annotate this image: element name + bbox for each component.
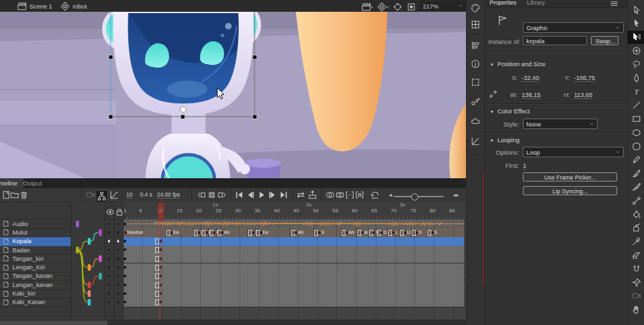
layer-frames-lengan_kiri[interactable] <box>123 263 466 273</box>
layer-row-lengan_kiri[interactable]: Lengan_Kiri <box>0 263 71 273</box>
center-stage-icon[interactable] <box>393 2 402 12</box>
swatches-icon[interactable] <box>471 20 480 29</box>
layer-lock-toggle[interactable] <box>117 284 120 286</box>
label-keyframe-dot[interactable] <box>416 231 418 234</box>
frame-span[interactable] <box>123 237 158 246</box>
export-icon[interactable] <box>308 190 317 200</box>
creative-cloud-icon[interactable] <box>471 117 480 126</box>
frames-area[interactable]: 15101520253035404550556065707580851s2s3s… <box>123 202 466 320</box>
color-effect-section-header[interactable]: ▼Color Effect <box>490 107 529 115</box>
prev-frame-icon[interactable] <box>245 190 255 200</box>
layer-lock-toggle[interactable] <box>117 240 120 242</box>
onion-current-icon[interactable] <box>207 190 217 200</box>
frame-span[interactable] <box>123 254 158 263</box>
classic-brush-tool[interactable] <box>628 167 644 180</box>
layer-row-kepala[interactable]: Kepala <box>0 237 71 246</box>
brush-library-icon[interactable] <box>471 97 480 107</box>
delete-icon[interactable] <box>19 190 29 200</box>
current-frame-value[interactable]: 10 <box>126 191 132 199</box>
label-keyframe-dot[interactable] <box>206 231 208 234</box>
onion-skin-icon[interactable] <box>325 190 335 200</box>
y-value[interactable]: -106,75 <box>574 74 595 82</box>
color-style-select[interactable]: None <box>523 119 598 129</box>
layer-visibility-toggle[interactable] <box>108 223 111 225</box>
selection-tool[interactable] <box>628 3 644 16</box>
puppet-pin-tool[interactable] <box>628 276 644 289</box>
keyframe-dot[interactable] <box>124 258 126 260</box>
edit-scene-icon[interactable] <box>361 2 371 12</box>
layer-visibility-toggle[interactable] <box>108 292 111 295</box>
layer-frames-audio[interactable] <box>123 220 466 229</box>
layer-lock-toggle[interactable] <box>117 249 120 252</box>
layer-row-kaki_kiri[interactable]: Kaki_kiri <box>0 289 71 298</box>
symbol-behavior-select[interactable]: Graphic <box>523 22 624 33</box>
label-keyframe-dot[interactable] <box>431 231 434 234</box>
layer-lock-toggle[interactable] <box>117 292 120 295</box>
layer-row-audio[interactable]: Audio <box>0 220 71 229</box>
layer-row-badan[interactable]: Badan <box>0 246 71 255</box>
layer-lock-toggle[interactable] <box>117 266 120 269</box>
new-folder-icon[interactable] <box>10 190 20 200</box>
layer-lock-toggle[interactable] <box>117 258 120 260</box>
label-keyframe-dot[interactable] <box>260 231 262 234</box>
looping-section-header[interactable]: ▼Looping <box>490 136 520 143</box>
layer-lock-toggle[interactable] <box>117 223 120 225</box>
layer-lock-toggle[interactable] <box>117 231 120 234</box>
link-width-height-icon[interactable] <box>488 89 498 99</box>
frame-span[interactable] <box>158 272 465 280</box>
layer-row-tangan_kiri[interactable]: Tangan_kiri <box>0 254 71 263</box>
keyframe-dot[interactable] <box>124 284 126 286</box>
clip-content-icon[interactable] <box>406 2 416 12</box>
panel-menu-icon[interactable] <box>609 0 619 9</box>
layer-visibility-toggle[interactable] <box>108 240 111 242</box>
asset-warp-tool[interactable] <box>628 262 644 275</box>
layer-visibility-toggle[interactable] <box>108 284 111 286</box>
transform-panel-icon[interactable] <box>471 77 480 87</box>
graph-view-icon[interactable] <box>109 190 119 200</box>
frame-span[interactable] <box>158 237 465 246</box>
instance-name-field[interactable] <box>523 36 587 45</box>
hand-tool[interactable] <box>628 303 644 316</box>
tab-output[interactable]: Output <box>17 178 48 188</box>
label-keyframe-dot[interactable] <box>404 231 406 234</box>
layer-visibility-toggle[interactable] <box>108 301 111 304</box>
lasso-tool[interactable] <box>628 58 644 71</box>
motion-editor-icon[interactable] <box>471 136 480 146</box>
timeline-hscrollbar-thumb[interactable] <box>0 320 107 325</box>
color-palette-icon[interactable] <box>471 3 480 13</box>
label-keyframe-dot[interactable] <box>392 231 395 234</box>
playhead-line[interactable] <box>160 220 161 320</box>
label-keyframe-dot[interactable] <box>124 231 127 234</box>
frame-span[interactable] <box>158 289 465 297</box>
h-value[interactable]: 113,65 <box>574 91 592 99</box>
paint-brush-tool[interactable] <box>628 180 644 193</box>
pencil-tool[interactable] <box>628 153 644 166</box>
layer-frames-tangan_kanan[interactable] <box>123 272 466 281</box>
modify-markers-icon[interactable] <box>355 190 365 200</box>
layer-row-kaki_kanan[interactable]: Kaki_Kanan <box>0 298 71 307</box>
frame-span[interactable] <box>158 280 465 289</box>
text-tool[interactable]: T <box>628 85 644 98</box>
polystar-tool[interactable] <box>628 140 644 153</box>
keyframe-dot[interactable] <box>124 223 126 225</box>
clapperboard-icon[interactable] <box>17 1 27 11</box>
timeline-hscrollbar[interactable] <box>107 320 466 325</box>
next-frame-icon[interactable] <box>268 190 277 200</box>
loop-options-select[interactable]: Loop <box>523 147 624 157</box>
layer-visibility-toggle[interactable] <box>108 275 111 278</box>
frame-ruler[interactable]: 15101520253035404550556065707580851s2s3s <box>123 202 466 220</box>
play-icon[interactable] <box>257 190 266 200</box>
frame-span[interactable] <box>158 298 465 307</box>
frame-span[interactable] <box>123 280 158 289</box>
onion-skin-outlines-icon[interactable] <box>335 190 345 200</box>
ink-bottle-tool[interactable] <box>628 221 644 235</box>
playhead[interactable] <box>158 202 164 220</box>
layer-frames-lengan_kanan[interactable] <box>123 280 466 290</box>
edit-scene-arrow-icon[interactable]: ▾ <box>371 5 373 9</box>
label-keyframe-dot[interactable] <box>361 231 364 234</box>
go-last-frame-icon[interactable] <box>279 190 289 200</box>
frame-span[interactable] <box>123 289 158 297</box>
free-transform-tool[interactable] <box>628 31 644 44</box>
label-keyframe-dot[interactable] <box>198 231 200 234</box>
frame-span[interactable] <box>123 263 158 272</box>
